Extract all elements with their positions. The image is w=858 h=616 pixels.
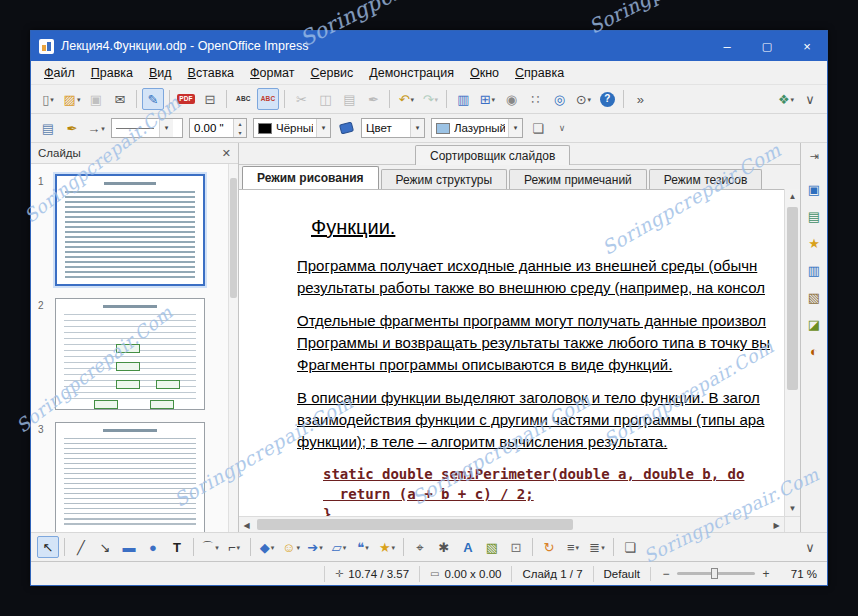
slide-edit-area[interactable]: Функции.Программа получает исходные данн… [239,189,784,516]
animation-icon[interactable]: ★ [803,233,825,253]
help-icon[interactable]: ? [596,88,618,110]
paragraph[interactable]: Отдельные фрагменты программ могут получ… [297,310,784,376]
redo-icon[interactable]: ↷▾ [419,88,441,110]
arrange-icon[interactable]: ≣▾ [586,536,608,558]
navigator-icon[interactable]: ◎ [548,88,570,110]
tab-slide-sorter[interactable]: Сортировщик слайдов [415,145,570,165]
gallery-toolbar-icon[interactable]: ⊡ [505,536,527,558]
arrow-style-icon[interactable]: →▾ [85,117,107,139]
slide-style-field[interactable]: Default [593,566,650,582]
email-document-icon[interactable]: ✉ [109,88,131,110]
stars-icon[interactable]: ★▾ [376,536,398,558]
extrusion-icon[interactable]: ❏ [619,536,641,558]
undo-icon[interactable]: ↶▾ [395,88,417,110]
shadow-icon[interactable]: ❏ [527,117,549,139]
tab-handout-view[interactable]: Режим тезисов [649,169,763,189]
menu-item[interactable]: Формат [242,63,302,83]
flowchart-icon[interactable]: ▱▾ [328,536,350,558]
export-pdf-icon[interactable]: PDF [175,88,197,110]
vertical-scroll-thumb[interactable] [787,207,798,390]
tab-outline-view[interactable]: Режим структуры [381,169,508,189]
menu-item[interactable]: Окно [462,63,507,83]
gallery-icon[interactable]: ▧ [803,287,825,307]
close-button[interactable]: × [787,31,827,61]
insert-shapes-icon[interactable]: ❖▾ [775,88,797,110]
select-icon[interactable]: ↖ [37,536,59,558]
zoom-out-icon[interactable]: − [661,567,671,581]
line-color-select[interactable]: Чёрный ▾ [253,118,331,138]
vertical-scrollbar[interactable]: ▲ ▼ [784,189,800,516]
scroll-down-icon[interactable]: ▼ [785,501,800,516]
navigator-panel-icon[interactable]: ◐ [803,341,825,361]
menu-item[interactable]: Сервис [303,63,362,83]
block-arrows-icon[interactable]: ➔▾ [304,536,326,558]
line-width-stepper[interactable]: ▴▾ [233,119,246,137]
spelling-icon[interactable]: ABC [232,88,255,110]
menu-item[interactable]: Демонстрация [361,63,462,83]
zoom-slider-thumb[interactable] [711,568,718,579]
paragraph[interactable]: Программа получает исходные данные из вн… [297,255,784,299]
fill-type-select[interactable]: Цвет ▾ [361,118,425,138]
line-toolbar-more-icon[interactable]: ∨ [551,117,573,139]
symbol-shapes-icon[interactable]: ☺▾ [280,536,302,558]
tab-drawing-view[interactable]: Режим рисования [242,166,379,189]
sidebar-toggle-icon[interactable]: ⇥ [803,146,825,166]
open-folder-icon[interactable]: ▨▾ [61,88,83,110]
curve-icon[interactable]: ⌒▾ [199,536,221,558]
menu-item[interactable]: Файл [36,63,83,83]
fill-color-select[interactable]: Лазурный ▾ [431,118,523,138]
menu-item[interactable]: Вставка [180,63,242,83]
ellipse-icon[interactable]: ● [142,536,164,558]
edit-points-icon[interactable]: ⌖ [409,536,431,558]
maximize-button[interactable]: ▢ [747,31,787,61]
table-design-icon[interactable]: ▤ [37,117,59,139]
images-icon[interactable]: ◪ [803,314,825,334]
pen-icon[interactable]: ✒ [61,117,83,139]
toolbar-overflow-icon[interactable]: » [629,88,651,110]
chart-icon[interactable]: ▥ [452,88,474,110]
code-block[interactable]: static double semiPerimeter(double a, do… [323,464,784,516]
fontwork-icon[interactable]: A [457,536,479,558]
show-grid-icon[interactable]: ∷ [524,88,546,110]
edit-file-icon[interactable]: ✎ [142,88,164,110]
insert-picture-icon[interactable]: ▧ [481,536,503,558]
rectangle-icon[interactable]: ▬ [118,536,140,558]
minimize-button[interactable]: – [707,31,747,61]
paste-icon[interactable]: ▤ [338,88,360,110]
auto-spellcheck-icon[interactable]: ABC [257,88,280,110]
horizontal-scroll-thumb[interactable] [257,519,573,530]
line-style-select[interactable]: ▾ [111,118,183,138]
scroll-right-icon[interactable]: ▶ [769,517,784,533]
more-drawing-icon[interactable]: ∨ [799,536,821,558]
slide-title-text[interactable]: Функции. [311,216,784,239]
zoom-icon[interactable]: ⊙▾ [572,88,594,110]
menu-item[interactable]: Вид [141,63,180,83]
master-pages-icon[interactable]: ▥ [803,260,825,280]
new-document-icon[interactable]: ▯▾ [37,88,59,110]
close-icon[interactable]: ✕ [222,147,231,160]
rotate-icon[interactable]: ↻ [538,536,560,558]
line-width-input[interactable]: 0.00 " ▴▾ [189,118,247,138]
save-icon[interactable]: ▣ [85,88,107,110]
basic-shapes-icon[interactable]: ◆▾ [256,536,278,558]
line-arrow-icon[interactable]: ↘ [94,536,116,558]
zoom-in-icon[interactable]: + [761,567,771,581]
slide-thumbnail[interactable] [55,298,205,410]
hyperlink-icon[interactable]: ◉ [500,88,522,110]
horizontal-scrollbar[interactable]: ◀ ▶ [239,517,784,532]
connector-icon[interactable]: ⌐▾ [223,536,245,558]
slide-transition-icon[interactable]: ▤ [803,206,825,226]
paragraph[interactable]: В описании функции выделяют заголовок и … [297,387,784,453]
alignment-icon[interactable]: ≡▾ [562,536,584,558]
scroll-left-icon[interactable]: ◀ [239,517,254,533]
more-toolbar-icon[interactable]: ∨ [799,88,821,110]
cut-icon[interactable]: ✂ [290,88,312,110]
slides-panel-scrollbar[interactable] [228,164,238,532]
copy-icon[interactable]: ◫ [314,88,336,110]
tab-notes-view[interactable]: Режим примечаний [509,169,647,189]
clone-formatting-icon[interactable]: ✒ [362,88,384,110]
print-icon[interactable]: ⊟ [199,88,221,110]
paint-can-icon[interactable] [335,117,357,139]
slide-thumbnail[interactable] [55,422,205,532]
properties-icon[interactable]: ▣ [803,179,825,199]
